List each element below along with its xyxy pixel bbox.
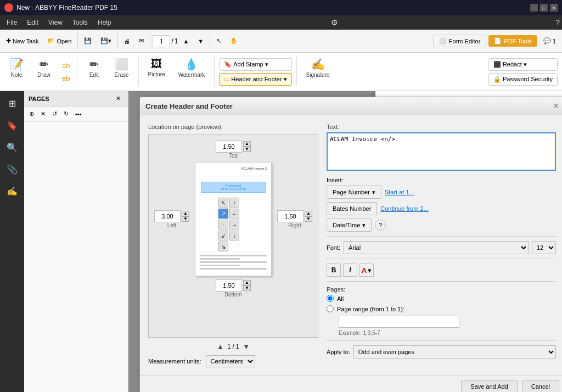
email-button[interactable]: ✉ xyxy=(135,32,148,51)
pages-close-button[interactable]: ✕ xyxy=(113,93,123,104)
menu-tools[interactable]: Tools xyxy=(68,18,92,27)
pages-delete-button[interactable]: ✕ xyxy=(38,109,48,119)
prev-page-button[interactable]: ▲ xyxy=(179,32,193,51)
header-footer-button[interactable]: ▭ Header and Footer ▾ xyxy=(219,73,291,86)
redact-button[interactable]: ⬛ Redact ▾ xyxy=(488,58,558,71)
top-value-input[interactable] xyxy=(216,141,242,153)
panel-search-button[interactable]: 🔍 xyxy=(2,137,22,157)
right-value-input[interactable] xyxy=(277,210,304,222)
bottom-label: Bottom xyxy=(224,292,242,298)
new-task-button[interactable]: ✚ New Task xyxy=(2,32,42,51)
chat-button[interactable]: 💬 1 xyxy=(539,32,560,51)
pages-rotate-left-button[interactable]: ↺ xyxy=(49,109,60,119)
note-button[interactable]: 📝 Note xyxy=(4,55,29,88)
right-spin-up[interactable]: ▲ xyxy=(305,211,312,216)
pages-rotate-right-button[interactable]: ↻ xyxy=(61,109,71,119)
font-color-button[interactable]: A ▾ xyxy=(359,264,374,277)
left-value-input[interactable] xyxy=(154,210,181,222)
pos-bottom-left[interactable]: ↙ xyxy=(218,231,228,240)
panel-thumbnail-button[interactable]: ⊞ xyxy=(2,93,22,113)
font-select[interactable]: Arial Times New Roman Calibri xyxy=(344,241,529,254)
nav-prev-button[interactable]: ▲ xyxy=(216,342,224,351)
menu-file[interactable]: File xyxy=(2,18,21,27)
menu-view[interactable]: View xyxy=(44,18,67,27)
create-header-footer-dialog: Create Header and Footer × Location on p… xyxy=(139,97,562,392)
pages-insert-button[interactable]: ⊕ xyxy=(26,109,37,119)
signature-button[interactable]: ✍ Signature xyxy=(301,55,335,88)
page-total: 1 xyxy=(175,37,178,45)
size-select[interactable]: 12 10 14 xyxy=(532,241,556,254)
doc-area: ACLAM Invoice 1 Processed 07.2019 18:10 … xyxy=(128,91,562,392)
pos-middle-right[interactable]: → xyxy=(229,220,239,229)
insert-label: Insert: xyxy=(327,177,556,183)
menu-help[interactable]: Help xyxy=(93,18,116,27)
pages-more-button[interactable]: ••• xyxy=(72,109,85,119)
save-button[interactable]: 💾 xyxy=(80,32,95,51)
pos-middle-left[interactable]: ← xyxy=(229,209,239,219)
maximize-button[interactable]: □ xyxy=(540,4,548,12)
text-textarea[interactable]: ACLAM Invoice <n/> xyxy=(327,132,556,171)
panel-annotation-button[interactable]: 📎 xyxy=(2,159,22,179)
start-at-link[interactable]: Start at 1... xyxy=(385,189,414,195)
picture-button[interactable]: 🖼 Picture xyxy=(143,55,170,88)
select-tool-button[interactable]: ↖ xyxy=(212,32,225,51)
dialog-close-button[interactable]: × xyxy=(550,100,561,111)
close-button[interactable]: ✕ xyxy=(550,4,558,12)
settings-icon[interactable]: ⚙ xyxy=(331,18,338,27)
pos-bottom-center[interactable]: ↓ xyxy=(229,231,239,240)
add-stamp-button[interactable]: 🔖 Add Stamp ▾ xyxy=(219,58,291,71)
print-button[interactable]: 🖨 xyxy=(120,32,134,51)
measurement-select[interactable]: Centimeters Inches Points xyxy=(206,355,255,367)
nav-current: 1 / 1 xyxy=(227,343,239,350)
pdf-tools-button[interactable]: 📄 PDF Tools xyxy=(488,35,537,47)
window-controls[interactable]: ─ □ ✕ xyxy=(530,4,558,12)
save-as-button[interactable]: 💾▾ xyxy=(97,32,115,51)
pos-top-right[interactable]: ↗ xyxy=(218,209,228,219)
highlight-btn1[interactable]: ab xyxy=(59,60,72,71)
cancel-button[interactable]: Cancel xyxy=(522,380,559,392)
bates-number-button[interactable]: Bates Number xyxy=(327,202,377,215)
highlight-btn2[interactable]: ab xyxy=(59,72,72,84)
bold-button[interactable]: B xyxy=(327,264,341,277)
ribbon-sep1 xyxy=(77,57,77,86)
menu-edit[interactable]: Edit xyxy=(23,18,43,27)
left-spin-down[interactable]: ▼ xyxy=(182,216,189,222)
pos-top-center[interactable]: ↑ xyxy=(229,198,239,208)
top-spin-up[interactable]: ▲ xyxy=(243,141,251,147)
top-spin-down[interactable]: ▼ xyxy=(243,147,251,152)
page-number-input[interactable]: 1 xyxy=(153,35,170,47)
panel-bookmark-button[interactable]: 🔖 xyxy=(2,115,22,135)
open-button[interactable]: 📂 Open xyxy=(43,32,75,51)
page-number-button[interactable]: Page Number ▾ xyxy=(327,186,381,199)
bottom-spin-group: ▲ ▼ xyxy=(243,280,251,291)
bottom-value-input[interactable] xyxy=(216,279,242,292)
nav-next-button[interactable]: ▼ xyxy=(243,342,250,351)
page-range-input[interactable] xyxy=(339,316,459,328)
all-pages-radio[interactable] xyxy=(327,295,334,302)
bottom-spin-up[interactable]: ▲ xyxy=(243,280,251,285)
help-icon[interactable]: ? xyxy=(555,18,560,27)
erase-button[interactable]: ⬜ Erase xyxy=(109,55,133,88)
save-and-add-button[interactable]: Save and Add xyxy=(461,380,518,392)
left-spin-up[interactable]: ▲ xyxy=(182,211,189,216)
minimize-button[interactable]: ─ xyxy=(530,4,538,12)
edit-button[interactable]: ✏ Edit xyxy=(82,55,106,88)
pos-bottom-right[interactable]: ↘ xyxy=(218,242,228,251)
italic-button[interactable]: I xyxy=(343,264,357,277)
help-button[interactable]: ? xyxy=(375,220,386,231)
right-spin-down[interactable]: ▼ xyxy=(305,216,312,222)
panel-signature-panel-button[interactable]: ✍ xyxy=(2,181,22,201)
page-range-radio[interactable] xyxy=(327,305,334,312)
form-editor-button[interactable]: ⬜ Form Editor xyxy=(433,35,486,47)
date-time-button[interactable]: Date/Time ▾ xyxy=(327,219,372,232)
apply-to-select[interactable]: Odd and even pages Odd pages only Even p… xyxy=(353,345,556,359)
pos-top-left[interactable]: ↖ xyxy=(218,198,228,208)
bottom-spin-down[interactable]: ▼ xyxy=(243,285,251,291)
watermark-button[interactable]: 💧 Watermark xyxy=(173,55,210,88)
pos-middle-center[interactable]: · xyxy=(218,220,228,229)
hand-tool-button[interactable]: ✋ xyxy=(226,32,241,51)
next-page-button[interactable]: ▼ xyxy=(194,32,207,51)
continue-from-link[interactable]: Continue from 2... xyxy=(380,205,428,212)
draw-button[interactable]: ✏ Draw xyxy=(32,55,56,88)
password-security-button[interactable]: 🔒 Password Security xyxy=(488,73,558,86)
